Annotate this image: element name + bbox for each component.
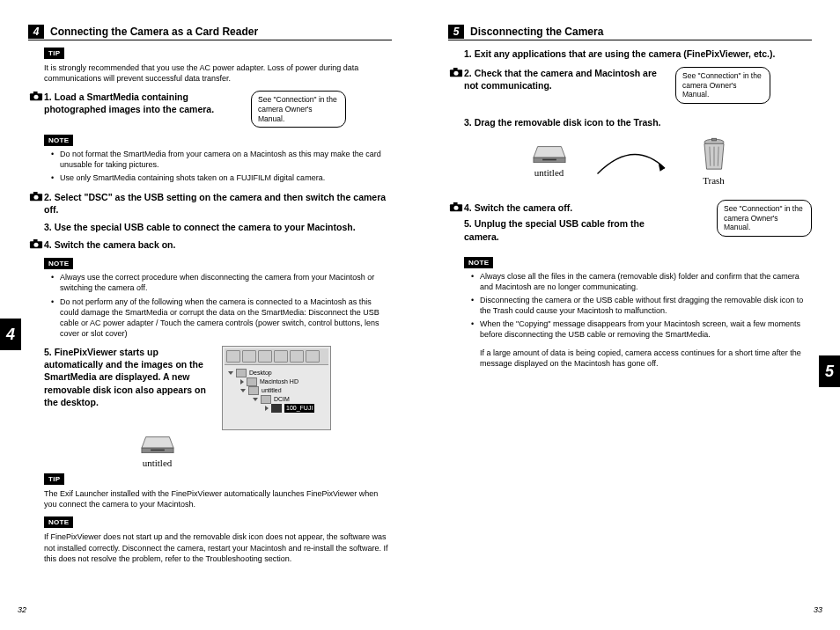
note-bullet: When the "Copying" message disappears fr… xyxy=(471,319,812,340)
page-right: 5 Disconnecting the Camera 1. Exit any a… xyxy=(420,0,840,630)
step-4: 4. Switch the camera back on. xyxy=(44,238,392,251)
step-3: 3. Drag the removable disk icon to the T… xyxy=(464,116,812,128)
step-1: 1. Exit any applications that are using … xyxy=(464,48,812,60)
svg-rect-17 xyxy=(542,159,556,161)
step-1: 1. Load a SmartMedia containing photogra… xyxy=(44,91,242,115)
note-text: If FinePixViewer does not start up and t… xyxy=(44,531,392,563)
note-label: NOTE xyxy=(44,258,73,269)
tip-text: The Exif Launcher installed with the Fin… xyxy=(44,488,392,509)
note-bullet: Always close all the files in the camera… xyxy=(471,271,812,292)
svg-marker-9 xyxy=(141,437,173,449)
section-title: Disconnecting the Camera xyxy=(470,26,603,38)
callout-connection: See "Connection" in the camera Owner's M… xyxy=(251,91,346,128)
svg-point-14 xyxy=(453,71,458,76)
note-bullet: Use only SmartMedia containing shots tak… xyxy=(51,172,392,183)
disk-label: untitled xyxy=(532,167,567,178)
note-subtext: If a large amount of data is being copie… xyxy=(464,348,812,369)
step-3: 3. Use the special USB cable to connect … xyxy=(44,221,392,233)
svg-rect-11 xyxy=(151,450,165,451)
svg-rect-7 xyxy=(33,239,38,242)
callout-connection: See "Connection" in the camera Owner's M… xyxy=(675,67,770,104)
svg-point-26 xyxy=(453,206,458,210)
tip-label: TIP xyxy=(44,48,64,59)
removable-disk-icon xyxy=(140,436,175,455)
svg-point-2 xyxy=(33,95,38,99)
camera-icon xyxy=(448,202,464,212)
svg-rect-1 xyxy=(33,92,38,94)
note-label: NOTE xyxy=(44,135,73,146)
note-bullet: Disconnecting the camera or the USB cabl… xyxy=(471,295,812,316)
note-bullet: Do not perform any of the following when… xyxy=(51,297,392,340)
tip-label: TIP xyxy=(44,473,64,485)
svg-rect-25 xyxy=(453,202,458,205)
finder-screenshot: Desktop Macintosh HD untitled DCIM 100_F… xyxy=(222,346,331,430)
step-5: 5. Unplug the special USB cable from the… xyxy=(464,217,667,242)
section-number-box: 5 xyxy=(448,25,464,39)
page-number: 33 xyxy=(814,605,822,614)
section-heading-4: 4 Connecting the Camera as a Card Reader xyxy=(28,25,392,40)
svg-rect-4 xyxy=(33,192,38,194)
svg-point-8 xyxy=(33,243,38,247)
step-4: 4. Switch the camera off. xyxy=(464,201,708,214)
step-5: 5. FinePixViewer starts up automatically… xyxy=(44,346,211,408)
note-label: NOTE xyxy=(44,516,73,528)
page-number: 32 xyxy=(18,605,26,614)
step-2: 2. Check that the camera and Macintosh a… xyxy=(464,67,667,92)
note-label: NOTE xyxy=(464,257,493,268)
camera-icon xyxy=(28,192,44,201)
camera-icon xyxy=(28,92,44,101)
svg-rect-13 xyxy=(453,68,458,70)
svg-marker-15 xyxy=(533,147,564,158)
trash-label: Trash xyxy=(699,175,729,186)
removable-disk-icon xyxy=(532,145,567,165)
note-bullet: Always use the correct procedure when di… xyxy=(51,272,392,293)
callout-connection: See "Connection" in the camera Owner's M… xyxy=(717,200,812,237)
page-tab-right: 5 xyxy=(819,355,840,387)
section-number-box: 4 xyxy=(28,25,44,39)
svg-point-5 xyxy=(33,194,38,199)
section-heading-5: 5 Disconnecting the Camera xyxy=(448,25,812,40)
tip-text: It is strongly recommended that you use … xyxy=(44,62,392,84)
disk-label: untitled xyxy=(0,458,392,468)
page-left: 4 Connecting the Camera as a Card Reader… xyxy=(0,0,420,630)
step-2: 2. Select "DSC" as the USB setting on th… xyxy=(44,191,392,216)
trash-icon xyxy=(699,137,729,172)
section-title: Connecting the Camera as a Card Reader xyxy=(50,26,258,38)
svg-rect-20 xyxy=(711,139,716,142)
camera-icon xyxy=(448,68,464,77)
page-tab-left: 4 xyxy=(0,319,21,350)
arrow-icon xyxy=(593,146,673,178)
camera-icon xyxy=(28,239,44,249)
note-bullet: Do not format the SmartMedia from your c… xyxy=(51,149,392,170)
